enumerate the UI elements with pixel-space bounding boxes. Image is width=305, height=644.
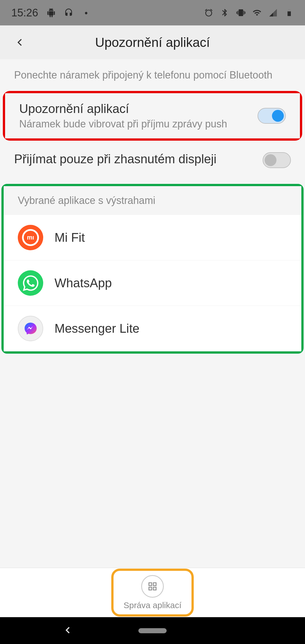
battery-icon <box>285 8 294 17</box>
setting-app-notifications[interactable]: Upozornění aplikací Náramek bude vibrova… <box>5 93 300 138</box>
wifi-icon <box>252 8 262 17</box>
signal-icon <box>269 8 278 17</box>
setting-title: Přijímat pouze při zhasnutém displeji <box>14 152 263 166</box>
manage-apps-label: Správa aplikací <box>123 601 181 610</box>
status-time: 15:26 <box>11 7 38 19</box>
highlight-green: Vybrané aplikace s výstrahami mı Mi Fit … <box>1 184 304 354</box>
app-name: Messenger Lite <box>55 321 140 336</box>
page-title: Upozornění aplikací <box>95 35 210 50</box>
vibrate-icon <box>236 8 245 17</box>
svg-rect-3 <box>149 583 152 586</box>
app-name: Mi Fit <box>55 230 85 245</box>
alarm-icon <box>204 8 213 17</box>
mifit-icon: mı <box>18 225 43 250</box>
manage-apps-button[interactable] <box>141 575 164 598</box>
nav-bar <box>0 617 305 644</box>
app-row-mifit[interactable]: mı Mi Fit <box>4 215 301 260</box>
info-text: Ponechte náramek připojený k telefonu po… <box>0 59 305 91</box>
highlight-yellow: Správa aplikací <box>111 569 193 617</box>
highlight-red: Upozornění aplikací Náramek bude vibrova… <box>3 91 302 141</box>
svg-rect-4 <box>153 583 156 586</box>
app-row-whatsapp[interactable]: WhatsApp <box>4 260 301 306</box>
svg-rect-5 <box>149 587 152 590</box>
whatsapp-icon <box>18 270 43 296</box>
toggle-app-notifications[interactable] <box>258 108 286 124</box>
svg-rect-2 <box>289 9 290 10</box>
android-icon <box>47 8 56 17</box>
bottom-bar: Správa aplikací <box>0 568 305 617</box>
svg-rect-6 <box>153 587 156 590</box>
section-header: Vybrané aplikace s výstrahami <box>4 186 301 215</box>
nav-home-pill[interactable] <box>138 628 167 633</box>
app-list: mı Mi Fit WhatsApp Messenger Lite <box>4 215 301 351</box>
svg-rect-0 <box>287 11 291 16</box>
nav-back-button[interactable] <box>62 625 73 637</box>
app-row-messenger[interactable]: Messenger Lite <box>4 306 301 351</box>
dot-icon: ● <box>82 8 91 17</box>
header: Upozornění aplikací <box>0 25 305 59</box>
setting-subtitle: Náramek bude vibrovat při příjmu zprávy … <box>19 118 258 130</box>
messenger-icon <box>18 316 43 341</box>
setting-title: Upozornění aplikací <box>19 102 258 116</box>
setting-screen-off[interactable]: Přijímat pouze při zhasnutém displeji <box>0 141 305 180</box>
status-bar: 15:26 ● <box>0 0 305 25</box>
toggle-screen-off[interactable] <box>263 152 291 168</box>
svg-rect-1 <box>287 10 291 12</box>
headset-icon <box>64 8 73 17</box>
app-name: WhatsApp <box>55 276 112 290</box>
back-button[interactable] <box>8 31 31 54</box>
bluetooth-icon <box>220 8 229 17</box>
